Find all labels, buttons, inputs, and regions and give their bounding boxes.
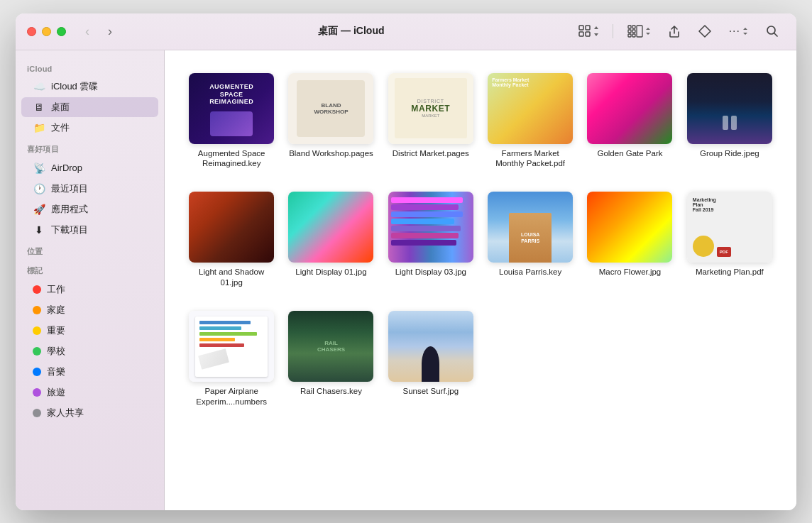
shadow-thumb (189, 192, 274, 263)
view-icon-button[interactable] (574, 22, 604, 40)
file-item-marketing[interactable]: MarketingPlanFall 2019 PDF Marketing Pla… (683, 186, 777, 294)
more-dropdown-icon (742, 27, 748, 35)
share-button[interactable] (662, 21, 686, 41)
back-button[interactable]: ‹ (77, 21, 97, 41)
more-button[interactable]: ··· (723, 22, 754, 40)
file-name-paper: Paper Airplane Experim....numbers (189, 386, 274, 407)
svg-rect-0 (579, 26, 583, 30)
groupride-thumb (687, 73, 772, 144)
documents-label: 文件 (51, 121, 70, 134)
tag-label-4: 音樂 (47, 365, 65, 378)
file-item-sunsetsurf[interactable]: Sunset Surf.jpg (384, 305, 478, 413)
share-icon (668, 24, 681, 38)
file-item-railchasers[interactable]: RAILCHASERS Rail Chasers.key (284, 305, 378, 413)
file-grid: AUGMENTEDSPACEREIMAGINED Augmented Space… (185, 67, 777, 414)
tag-label-0: 工作 (47, 283, 65, 296)
file-name-macroflower: Macro Flower.jpg (599, 267, 662, 277)
titlebar: ‹ › 桌面 — iCloud (16, 13, 796, 50)
main-area: iCloud ☁️ iCloud 雲碟 🖥 桌面 📁 文件 喜好項目 📡 Air… (16, 50, 796, 510)
file-name-sunsetsurf: Sunset Surf.jpg (403, 386, 459, 397)
file-name-railchasers: Rail Chasers.key (300, 386, 362, 397)
search-button[interactable] (759, 21, 785, 41)
file-name-louisa: Louisa Parris.key (499, 267, 561, 277)
file-item-bland[interactable]: BLANDWORKSHOP Bland Workshop.pages (284, 67, 378, 175)
maximize-button[interactable] (57, 27, 66, 36)
sidebar-item-apps[interactable]: 🚀 應用程式 (21, 199, 158, 219)
tag-label-3: 學校 (47, 345, 65, 358)
svg-rect-7 (632, 30, 635, 33)
district-thumb: DISTRICT MARKET MARKET (388, 73, 473, 144)
sidebar-item-downloads[interactable]: ⬇ 下載項目 (21, 220, 158, 240)
file-item-lightshadow[interactable]: Light and Shadow 01.jpg (185, 186, 278, 294)
sidebar-item-icloud-drive[interactable]: ☁️ iCloud 雲碟 (21, 77, 158, 97)
airdrop-icon: 📡 (33, 162, 45, 175)
file-item-groupride[interactable]: Group Ride.jpeg (683, 67, 777, 175)
marketing-thumb: MarketingPlanFall 2019 PDF (687, 192, 772, 263)
places-section-label: 位置 (16, 241, 164, 260)
icloud-section-label: iCloud (16, 59, 164, 76)
more-dots-icon: ··· (729, 25, 740, 38)
svg-rect-5 (632, 26, 635, 28)
svg-rect-1 (586, 26, 590, 30)
farmers-thumb: Farmers MarketMonthly Packet (488, 73, 573, 144)
forward-button[interactable]: › (100, 21, 120, 41)
rail-thumb: RAILCHASERS (288, 311, 373, 382)
tag-label-6: 家人共享 (47, 407, 84, 419)
lightdisplay3-thumb (388, 192, 473, 263)
grid-view-icon (578, 25, 591, 38)
svg-rect-4 (628, 26, 631, 28)
sidebar: iCloud ☁️ iCloud 雲碟 🖥 桌面 📁 文件 喜好項目 📡 Air… (16, 50, 165, 510)
file-item-goldengate[interactable]: Golden Gate Park (583, 67, 676, 175)
file-item-macroflower[interactable]: Macro Flower.jpg (583, 186, 676, 294)
file-item-louisa[interactable]: LOUISAPARRIS Louisa Parris.key (483, 186, 577, 294)
sidebar-item-documents[interactable]: 📁 文件 (21, 118, 158, 138)
window-title: 桌面 — iCloud (128, 25, 574, 38)
tag-dot-6 (33, 409, 41, 417)
favorites-section-label: 喜好項目 (16, 138, 164, 158)
tag-dot-4 (33, 368, 41, 376)
apps-label: 應用程式 (51, 203, 88, 216)
sidebar-item-tag-6[interactable]: 家人共享 (21, 403, 158, 423)
file-name-district: District Market.pages (393, 148, 469, 159)
tag-dot-1 (33, 306, 41, 314)
tag-button[interactable] (692, 21, 718, 41)
sidebar-item-airdrop[interactable]: 📡 AirDrop (21, 158, 158, 178)
bland-thumb: BLANDWORKSHOP (288, 73, 373, 144)
close-button[interactable] (27, 27, 36, 36)
svg-rect-3 (586, 32, 590, 36)
group-view-button[interactable] (622, 22, 657, 40)
file-item-paper[interactable]: Paper Airplane Experim....numbers (185, 305, 278, 413)
file-name-goldengate: Golden Gate Park (597, 148, 662, 159)
svg-rect-10 (637, 26, 642, 37)
toolbar-separator (613, 24, 613, 38)
file-name-marketing: Marketing Plan.pdf (696, 267, 764, 277)
sidebar-item-desktop[interactable]: 🖥 桌面 (21, 97, 158, 117)
file-item-lightdisplay3[interactable]: Light Display 03.jpg (384, 186, 478, 294)
file-name-augmented: Augmented Space Reimagined.key (189, 148, 274, 170)
search-icon (765, 24, 779, 38)
sidebar-item-tag-4[interactable]: 音樂 (21, 362, 158, 382)
icloud-drive-label: iCloud 雲碟 (51, 80, 98, 93)
tag-dot-2 (33, 326, 41, 335)
recents-icon: 🕐 (33, 182, 45, 195)
file-item-augmented[interactable]: AUGMENTEDSPACEREIMAGINED Augmented Space… (185, 67, 278, 175)
minimize-button[interactable] (42, 27, 51, 36)
sunset-thumb (388, 311, 473, 382)
toolbar-controls: ··· (574, 21, 785, 41)
tag-icon (698, 24, 712, 38)
macro-thumb (587, 192, 672, 263)
file-item-farmers[interactable]: Farmers MarketMonthly Packet Farmers Mar… (483, 67, 577, 175)
svg-point-11 (767, 26, 775, 34)
sidebar-item-tag-1[interactable]: 家庭 (21, 300, 158, 320)
sidebar-item-tag-0[interactable]: 工作 (21, 280, 158, 299)
recents-label: 最近項目 (51, 182, 88, 195)
file-name-lightdisplay1: Light Display 01.jpg (295, 267, 366, 277)
tags-section-label: 標記 (16, 260, 164, 279)
file-item-lightdisplay1[interactable]: Light Display 01.jpg (284, 186, 378, 294)
sidebar-item-tag-5[interactable]: 旅遊 (21, 382, 158, 402)
sidebar-item-recents[interactable]: 🕐 最近項目 (21, 179, 158, 199)
file-item-district[interactable]: DISTRICT MARKET MARKET District Market.p… (384, 67, 478, 175)
sidebar-item-tag-2[interactable]: 重要 (21, 321, 158, 341)
tag-label-2: 重要 (47, 324, 65, 337)
sidebar-item-tag-3[interactable]: 學校 (21, 341, 158, 361)
